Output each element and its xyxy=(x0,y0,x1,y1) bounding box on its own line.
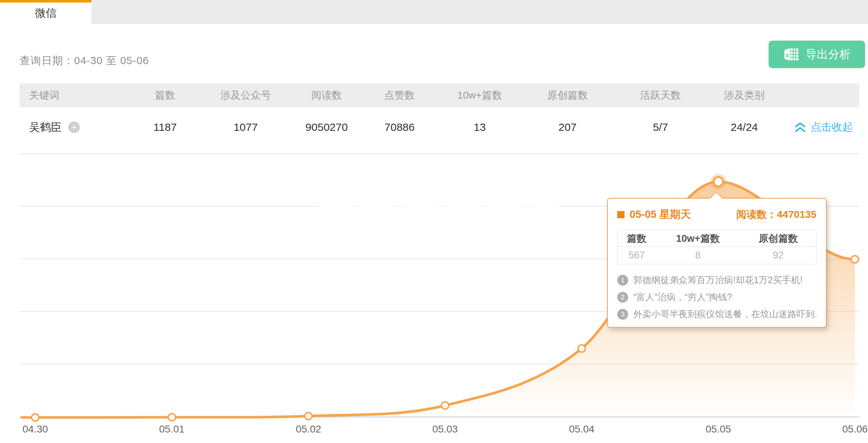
table-row: 吴鹤臣 + 1187 1077 9050270 70886 13 207 5/7… xyxy=(20,107,859,147)
tab-wechat-label: 微信 xyxy=(35,6,57,21)
col-header-articles: 篇数 xyxy=(125,88,205,102)
tooltip-read-value: 4470135 xyxy=(777,209,816,220)
tt-col-10wplus: 10w+篇数 xyxy=(656,230,740,247)
tab-wechat[interactable]: 微信 xyxy=(0,0,91,24)
col-header-likes: 点赞数 xyxy=(367,88,432,102)
plus-icon[interactable]: + xyxy=(68,121,80,133)
data-point[interactable] xyxy=(168,414,176,421)
article-title: “富人”治病，“穷人”掏钱? xyxy=(633,291,732,303)
col-header-active-days: 活跃天数 xyxy=(607,88,713,102)
x-axis-tick-label: 05.02 xyxy=(296,423,321,435)
svg-text:x: x xyxy=(785,51,789,59)
x-axis-tick-label: 05.03 xyxy=(432,423,458,435)
x-axis-tick-label: 05.04 xyxy=(569,423,594,435)
tt-val-articles: 567 xyxy=(618,247,656,264)
query-date-text: 查询日期：04-30 至 05-06 xyxy=(20,54,149,68)
tt-col-articles: 篇数 xyxy=(618,230,656,247)
tooltip-read-count: 阅读数：4470135 xyxy=(736,208,816,222)
data-point[interactable] xyxy=(305,413,312,420)
cell-likes: 70886 xyxy=(367,121,432,133)
col-header-categories: 涉及类别 xyxy=(713,88,775,102)
cell-categories: 24/24 xyxy=(713,121,775,133)
page: 微信 查询日期：04-30 至 05-06 x 导出分析 关键词 篇数 涉及公众… xyxy=(0,0,868,443)
rank-1-icon: 1 xyxy=(617,275,628,286)
rank-3-icon: 3 xyxy=(617,309,628,320)
cell-accounts: 1077 xyxy=(205,121,286,133)
cell-reads: 9050270 xyxy=(286,121,367,133)
article-title: 外卖小哥半夜到殡仪馆送餐，在坟山迷路吓到... xyxy=(633,308,816,320)
data-point[interactable] xyxy=(851,256,859,263)
list-item[interactable]: 2 “富人”治病，“穷人”掏钱? xyxy=(617,289,816,306)
collapse-link[interactable]: 点击收起 xyxy=(775,120,859,134)
tooltip-article-list: 1 郭德纲徒弟众筹百万治病!却花1万2买手机! 2 “富人”治病，“穷人”掏钱?… xyxy=(608,264,826,323)
list-item[interactable]: 1 郭德纲徒弟众筹百万治病!却花1万2买手机! xyxy=(617,272,816,289)
col-header-reads: 阅读数 xyxy=(286,88,367,102)
x-axis-tick-label: 05.05 xyxy=(705,423,731,435)
tt-col-original: 原创篇数 xyxy=(740,230,816,247)
export-analysis-button[interactable]: x 导出分析 xyxy=(769,41,865,68)
data-point[interactable] xyxy=(714,177,723,186)
tt-val-10wplus: 8 xyxy=(656,247,740,264)
double-chevron-up-icon xyxy=(794,122,806,133)
cell-active-days: 5/7 xyxy=(607,121,713,133)
keyword-label: 吴鹤臣 xyxy=(29,120,62,135)
tt-val-original: 92 xyxy=(740,247,816,264)
x-axis-tick-label: 05.01 xyxy=(159,423,184,435)
cell-10wplus: 13 xyxy=(432,121,528,133)
cell-articles: 1187 xyxy=(125,121,205,133)
x-axis-labels: 04.3005.0105.0205.0305.0405.0505.06 xyxy=(0,423,868,438)
data-point[interactable] xyxy=(32,414,39,421)
series-marker-icon xyxy=(617,211,625,218)
tooltip-date-title: 05-05 星期天 xyxy=(630,207,691,222)
data-point[interactable] xyxy=(578,345,585,352)
tab-bar: 微信 xyxy=(0,0,868,24)
col-header-keyword: 关键词 xyxy=(20,88,125,102)
chart-tooltip: 05-05 星期天 阅读数：4470135 篇数 10w+篇数 原创篇数 567… xyxy=(607,198,827,328)
watermark xyxy=(319,198,559,223)
tooltip-stats-table: 篇数 10w+篇数 原创篇数 567 8 92 xyxy=(617,230,816,264)
tooltip-read-label: 阅读数： xyxy=(736,209,777,220)
excel-icon: x xyxy=(783,46,800,63)
table-header-row: 关键词 篇数 涉及公众号 阅读数 点赞数 10w+篇数 原创篇数 活跃天数 涉及… xyxy=(20,83,859,107)
rank-2-icon: 2 xyxy=(617,292,628,303)
x-axis-tick-label: 04.30 xyxy=(22,423,48,435)
collapse-label: 点击收起 xyxy=(811,120,853,134)
col-header-10wplus: 10w+篇数 xyxy=(432,88,528,102)
export-analysis-label: 导出分析 xyxy=(806,47,851,62)
x-axis-tick-label: 05.06 xyxy=(842,423,868,435)
data-point[interactable] xyxy=(442,402,449,409)
col-header-accounts: 涉及公众号 xyxy=(205,88,286,102)
cell-original: 207 xyxy=(528,121,607,133)
col-header-original: 原创篇数 xyxy=(528,88,607,102)
article-title: 郭德纲徒弟众筹百万治病!却花1万2买手机! xyxy=(633,274,803,286)
list-item[interactable]: 3 外卖小哥半夜到殡仪馆送餐，在坟山迷路吓到... xyxy=(617,306,816,323)
